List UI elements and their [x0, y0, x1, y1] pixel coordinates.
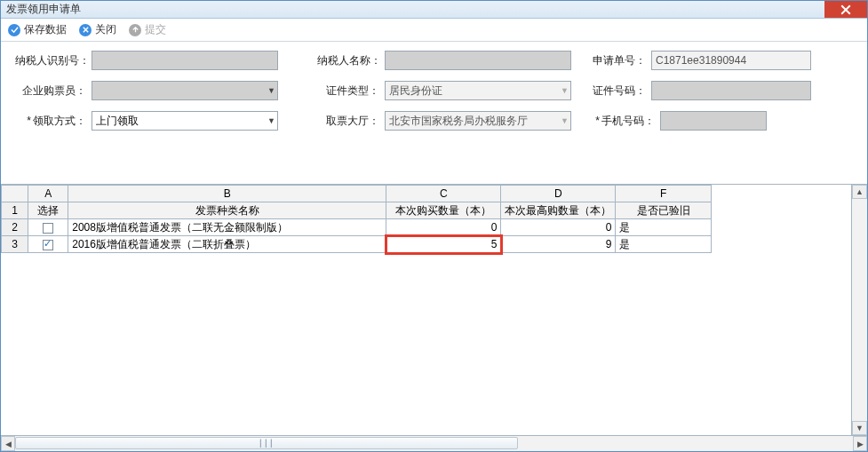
rownum-3[interactable]: 3	[2, 236, 28, 253]
scroll-down-button[interactable]: ▼	[852, 421, 867, 435]
zjlx-input	[385, 81, 571, 100]
toolbar: 保存数据 关闭 提交	[1, 19, 867, 42]
lqfs-combo[interactable]: ▼	[92, 111, 278, 131]
qygpy-combo[interactable]: ▼	[92, 81, 278, 100]
window-close-button[interactable]	[824, 1, 867, 18]
label-zjlx: 证件类型：	[317, 83, 379, 99]
title-bar: 发票领用申请单	[1, 1, 867, 19]
col-F[interactable]: F	[616, 186, 712, 202]
check-icon	[8, 24, 20, 36]
cell-buy-highlighted[interactable]: 5	[386, 236, 501, 253]
label-nsrmc: 纳税人名称：	[317, 53, 379, 68]
nsrsbh-input[interactable]	[92, 51, 278, 70]
field-qpdt: 取票大厅： ▼	[317, 111, 593, 131]
vscroll-track[interactable]	[852, 199, 867, 421]
label-zjhm: 证件号码：	[593, 83, 646, 99]
label-qygpy: 企业购票员：	[15, 83, 86, 99]
upload-icon	[129, 24, 141, 36]
submit-button-label: 提交	[145, 22, 166, 37]
sjhm-input[interactable]	[660, 111, 767, 131]
col-D[interactable]: D	[501, 186, 616, 202]
field-sqdh: 申请单号：	[593, 51, 841, 70]
cell-name: 2016版增值税普通发票（二联折叠票）	[68, 236, 386, 253]
cell-max: 9	[501, 236, 616, 253]
close-button[interactable]: 关闭	[79, 22, 116, 37]
scroll-left-button[interactable]: ◀	[1, 436, 15, 451]
cell-max: 0	[501, 219, 616, 236]
scroll-right-button[interactable]: ▶	[853, 436, 867, 451]
submit-button: 提交	[129, 22, 166, 37]
hdr-select: 选择	[28, 202, 68, 219]
zjhm-input[interactable]	[651, 81, 811, 100]
label-sjhm: *手机号码：	[593, 114, 655, 129]
label-qpdt: 取票大厅：	[317, 114, 379, 129]
lqfs-input[interactable]	[92, 111, 278, 131]
hdr-buyqty: 本次购买数量（本）	[386, 202, 501, 219]
hscroll-track[interactable]: ┃┃┃	[15, 436, 853, 451]
field-nsrmc: 纳税人名称：	[317, 51, 593, 70]
cell-verified: 是	[616, 236, 712, 253]
save-button-label: 保存数据	[24, 22, 67, 37]
form-area: 纳税人识别号： 纳税人名称： 申请单号： 企业购票员： ▼ 证件类型： ▼	[1, 42, 867, 184]
nsrmc-input[interactable]	[385, 51, 571, 70]
hdr-name: 发票种类名称	[68, 202, 386, 219]
hscroll-thumb[interactable]: ┃┃┃	[15, 437, 518, 449]
hdr-verified: 是否已验旧	[616, 202, 712, 219]
label-lqfs: *领取方式：	[15, 114, 86, 129]
label-nsrsbh: 纳税人识别号：	[15, 53, 86, 68]
vertical-scrollbar[interactable]: ▲ ▼	[851, 185, 867, 435]
sqdh-input	[651, 51, 811, 70]
hdr-maxqty: 本次最高购数量（本）	[501, 202, 616, 219]
window: 发票领用申请单 保存数据 关闭 提交 纳税人识别号： 纳税人名称： 申请单号：	[0, 0, 868, 452]
close-icon	[79, 24, 92, 36]
col-letters-row: A B C D F	[2, 186, 712, 202]
close-icon	[840, 4, 851, 15]
row-checkbox[interactable]	[43, 223, 53, 234]
qpdt-input	[385, 111, 571, 131]
field-lqfs: *领取方式： ▼	[15, 111, 317, 131]
close-button-label: 关闭	[95, 22, 116, 37]
table-row[interactable]: 3 2016版增值税普通发票（二联折叠票） 5 9 是	[2, 236, 712, 253]
cell-name: 2008版增值税普通发票（二联无金额限制版）	[68, 219, 386, 236]
col-C[interactable]: C	[386, 186, 501, 202]
rownum-2[interactable]: 2	[2, 219, 28, 236]
field-qygpy: 企业购票员： ▼	[15, 81, 317, 100]
grid-corner[interactable]	[2, 186, 28, 202]
scroll-up-button[interactable]: ▲	[852, 185, 867, 199]
qpdt-combo: ▼	[385, 111, 571, 131]
grid-scroll[interactable]: A B C D F 1 选择 发票种类名称 本次购买数量（本） 本次最高购数量（…	[1, 185, 867, 435]
label-sqdh: 申请单号：	[593, 53, 646, 68]
col-B[interactable]: B	[68, 186, 386, 202]
zjlx-combo: ▼	[385, 81, 571, 100]
cell-buy[interactable]: 0	[386, 219, 501, 236]
save-button[interactable]: 保存数据	[8, 22, 67, 37]
qygpy-input[interactable]	[92, 81, 278, 100]
field-zjhm: 证件号码：	[593, 81, 841, 100]
grip-icon: ┃┃┃	[259, 440, 275, 448]
cell-verified: 是	[616, 219, 712, 236]
window-title: 发票领用申请单	[6, 2, 81, 17]
row-checkbox[interactable]	[43, 240, 53, 250]
rownum-1[interactable]: 1	[2, 202, 28, 219]
grid-wrap: A B C D F 1 选择 发票种类名称 本次购买数量（本） 本次最高购数量（…	[1, 184, 867, 451]
horizontal-scrollbar[interactable]: ◀ ┃┃┃ ▶	[1, 435, 867, 451]
field-nsrsbh: 纳税人识别号：	[15, 51, 317, 70]
col-A[interactable]: A	[28, 186, 68, 202]
grid: A B C D F 1 选择 发票种类名称 本次购买数量（本） 本次最高购数量（…	[1, 185, 712, 253]
table-row[interactable]: 2 2008版增值税普通发票（二联无金额限制版） 0 0 是	[2, 219, 712, 236]
header-row: 1 选择 发票种类名称 本次购买数量（本） 本次最高购数量（本） 是否已验旧	[2, 202, 712, 219]
field-sjhm: *手机号码：	[593, 111, 841, 131]
field-zjlx: 证件类型： ▼	[317, 81, 593, 100]
